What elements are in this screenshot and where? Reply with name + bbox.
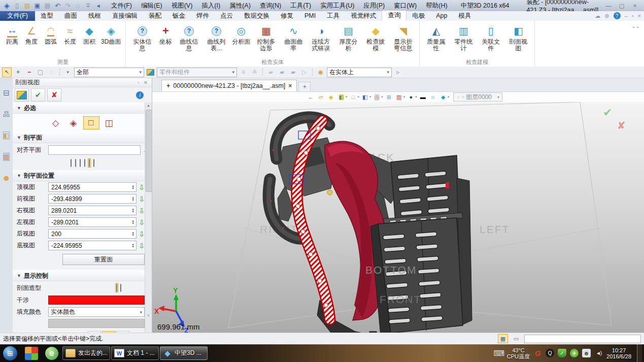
pick-offset-icon[interactable]: ⇩ xyxy=(139,184,145,191)
start-button[interactable]: ⊞ xyxy=(3,346,17,360)
viewport-tool[interactable] xyxy=(307,93,315,101)
quick-access-icon[interactable] xyxy=(33,2,41,10)
menu-item[interactable]: 查询(N) xyxy=(256,1,285,11)
ribbon-tab[interactable]: 文件(F) xyxy=(0,11,35,21)
viewport-tool[interactable]: ▾ xyxy=(395,93,405,101)
tray-app-icon[interactable] xyxy=(533,349,542,357)
tab-close-icon[interactable]: × xyxy=(288,82,292,89)
section-header-display[interactable]: ▼显示控制 xyxy=(13,270,152,281)
menu-item[interactable]: 文件(F) xyxy=(107,1,136,11)
viewport-tool-caret[interactable]: ▾ xyxy=(403,95,405,99)
pinned-app-icon[interactable] xyxy=(25,347,38,360)
show-desktop-button[interactable] xyxy=(637,344,642,362)
panel-scrollbar[interactable]: ▲ ≡ xyxy=(145,103,152,333)
quick-access-icon[interactable] xyxy=(64,2,72,10)
tray-app-icon[interactable] xyxy=(594,349,603,357)
remove-selection-icon[interactable]: − xyxy=(24,68,34,77)
spinner-control[interactable]: ▲▼ xyxy=(131,208,135,213)
viewport-tool-caret[interactable]: ▾ xyxy=(357,95,359,99)
group-icon[interactable]: ≙ xyxy=(250,68,259,77)
scroll-up-arrow[interactable]: ▲ xyxy=(145,103,152,109)
plane-offset-field[interactable]: ▲▼ xyxy=(48,217,137,227)
spinner-control[interactable]: ▲▼ xyxy=(131,185,135,190)
pick-offset-icon[interactable]: ⇩ xyxy=(139,219,145,226)
ribbon-button[interactable]: 显示折弯信息 xyxy=(390,22,416,53)
ribbon-collapse-icon[interactable]: ⌄⌄ xyxy=(631,23,640,29)
scrollbar-grip[interactable]: ≡ xyxy=(145,313,152,318)
restore-button[interactable]: ▢ xyxy=(617,3,627,9)
ribbon-button[interactable]: 距离 xyxy=(3,22,21,46)
ribbon-tab[interactable]: 数据交换 xyxy=(239,11,275,21)
filter-icon[interactable]: ▾ xyxy=(63,68,73,77)
spinner-control[interactable]: ▲▼ xyxy=(131,220,135,225)
ribbon-button[interactable]: 长度 xyxy=(61,22,79,46)
reset-plane-button[interactable]: 重置面 xyxy=(62,254,145,265)
help-icon[interactable]: ? xyxy=(614,12,621,19)
dock-manager-icon[interactable] xyxy=(0,172,13,185)
section-tool-icon[interactable] xyxy=(15,88,29,102)
ribbon-tab[interactable]: 查询 xyxy=(382,10,406,21)
close-button[interactable]: × xyxy=(630,3,640,9)
layer-combo[interactable]: ♀ ○ 图层0000 ▾ xyxy=(453,92,502,102)
doc-close-icon[interactable]: × xyxy=(638,13,641,19)
menu-item[interactable]: 实用工具(U) xyxy=(316,1,358,11)
minimize-button[interactable]: — xyxy=(603,3,614,9)
shape-option-cube[interactable] xyxy=(119,283,122,292)
section-mode-icon[interactable] xyxy=(65,116,82,129)
ribbon-tab[interactable]: 修复 xyxy=(275,11,299,21)
taskbar-app-button[interactable]: 文档 1 - ... xyxy=(111,346,159,360)
plane-offset-input[interactable] xyxy=(51,231,131,238)
keyboard-icon[interactable] xyxy=(495,349,503,357)
plane-preset-cube[interactable] xyxy=(70,158,73,168)
section-header-required[interactable]: ▼必选 xyxy=(13,103,152,114)
plane-preset-cube[interactable] xyxy=(83,158,86,168)
ribbon-tab[interactable]: 装配 xyxy=(143,11,167,21)
taskbar-app-button[interactable]: 发出去的... xyxy=(62,346,110,360)
ribbon-tab[interactable]: 线框 xyxy=(83,11,107,21)
info-icon[interactable]: i xyxy=(136,91,144,99)
ribbon-button[interactable]: 曲线列表... xyxy=(203,22,229,53)
tray-app-icon[interactable] xyxy=(546,349,554,357)
align-plane-input[interactable] xyxy=(51,147,139,154)
section-header-position[interactable]: ▼剖平面位置 xyxy=(13,170,152,181)
status-list-toggle-icon[interactable]: ▭ xyxy=(511,334,521,343)
menu-item[interactable]: 属性(A) xyxy=(225,1,255,11)
plane-offset-input[interactable] xyxy=(51,184,131,191)
viewport-tool-caret[interactable]: ▾ xyxy=(369,95,371,99)
viewport-tool[interactable]: ▾ xyxy=(407,93,417,101)
scrollbar-thumb[interactable] xyxy=(146,110,152,192)
ribbon-button[interactable]: 面积 xyxy=(80,22,98,46)
plane-offset-input[interactable] xyxy=(51,195,131,203)
layer-visibility-icon[interactable]: ♀ xyxy=(456,94,460,100)
snap-mode-combo[interactable]: 在实体上▾ xyxy=(327,68,392,77)
plane-preset-cube[interactable] xyxy=(92,158,95,168)
snap-c-icon[interactable]: ▰ xyxy=(288,68,298,77)
ribbon-button[interactable]: 关联文件 xyxy=(478,22,504,53)
viewport[interactable]: BACK RIGHT LEFT xyxy=(152,102,644,333)
menu-item[interactable]: 工具(T) xyxy=(286,1,315,11)
plane-preset-cube[interactable] xyxy=(79,158,82,168)
plane-offset-input[interactable] xyxy=(51,242,131,249)
ribbon-tab[interactable]: 直接编辑 xyxy=(107,11,143,21)
scope-filter-combo[interactable]: 全部▾ xyxy=(74,68,144,77)
confirm-button[interactable]: ✔ xyxy=(31,88,45,102)
panel-pin-icon[interactable]: ▫ xyxy=(135,80,142,85)
viewport-confirm-icon[interactable]: ✔ xyxy=(603,106,612,119)
spinner-control[interactable]: ▲▼ xyxy=(131,243,135,248)
panel-close-icon[interactable]: ✕ xyxy=(142,80,149,85)
viewport-tool-caret[interactable]: ▾ xyxy=(346,95,348,99)
viewport-tool[interactable] xyxy=(385,93,393,101)
ribbon-button[interactable]: 3D曲面 xyxy=(99,22,122,46)
ribbon-button[interactable]: 实体信息 xyxy=(129,22,155,53)
ribbon-tab[interactable]: App xyxy=(430,11,453,21)
ribbon-button[interactable]: 曲面曲率 xyxy=(280,22,307,53)
quick-access-icon[interactable] xyxy=(44,2,51,10)
cloud-icon[interactable]: ☁ xyxy=(595,13,600,19)
interference-color-swatch[interactable] xyxy=(48,295,145,305)
new-tab-button[interactable]: + xyxy=(298,82,311,91)
tray-app-icon[interactable] xyxy=(582,349,591,357)
ribbon-button[interactable]: 曲线信息 xyxy=(176,22,202,53)
box-select-icon[interactable]: ▢ xyxy=(36,68,45,77)
ribbon-tab[interactable]: PMI xyxy=(299,11,321,21)
plane-preset-cube[interactable] xyxy=(88,158,91,168)
